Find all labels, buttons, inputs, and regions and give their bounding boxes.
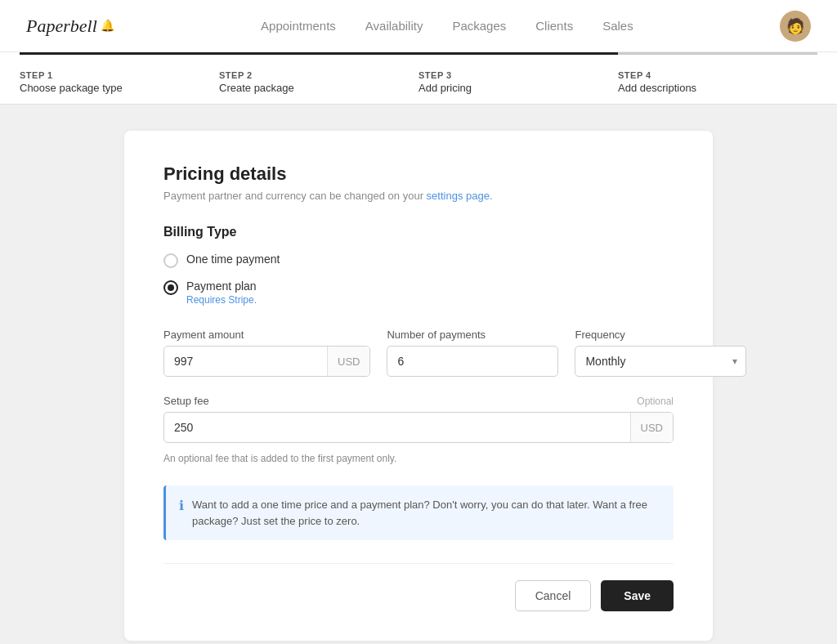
step-3-name: Add pricing (418, 82, 618, 94)
logo-text: Paperbell (26, 16, 97, 37)
payment-amount-field: Payment amount USD (163, 329, 370, 377)
radio-payment-plan-sub: Requires Stripe. (186, 294, 257, 306)
frequency-label: Frequency (575, 329, 746, 341)
setup-fee-desc: An optional fee that is added to the fir… (163, 451, 674, 466)
payment-amount-label: Payment amount (163, 329, 370, 341)
main-content: Pricing details Payment partner and curr… (0, 105, 837, 644)
setup-fee-field: Setup fee Optional USD An optional fee t… (163, 395, 674, 466)
radio-payment-plan-label: Payment plan (186, 280, 257, 293)
frequency-select[interactable]: Monthly Weekly Bi-weekly (575, 347, 745, 376)
step-1-label: STEP 1 (20, 70, 219, 80)
radio-circle-one-time (163, 253, 178, 268)
nav-sales[interactable]: Sales (602, 19, 633, 33)
payment-amount-input[interactable] (164, 347, 327, 376)
subtitle-prefix: Payment partner and currency can be chan… (163, 190, 427, 202)
setup-fee-input[interactable] (164, 413, 630, 442)
step-4: STEP 4 Add descriptions (618, 52, 817, 104)
radio-one-time-label-group: One time payment (186, 253, 280, 266)
num-payments-label: Number of payments (387, 329, 558, 341)
radio-payment-plan-label-group: Payment plan Requires Stripe. (186, 280, 257, 306)
step-4-name: Add descriptions (618, 82, 817, 94)
info-icon: ℹ (179, 498, 184, 529)
radio-circle-payment-plan (163, 280, 178, 295)
setup-fee-optional: Optional (637, 396, 674, 407)
radio-one-time-label: One time payment (186, 253, 280, 266)
num-payments-input[interactable] (387, 346, 558, 377)
step-4-label: STEP 4 (618, 70, 817, 80)
setup-fee-currency: USD (630, 413, 673, 442)
step-3-line (418, 52, 618, 55)
nav-availability[interactable]: Availability (365, 19, 423, 33)
step-2-line (219, 52, 418, 55)
header: Paperbell🔔 Appointments Availability Pac… (0, 0, 837, 52)
step-1: STEP 1 Choose package type (20, 52, 219, 104)
step-4-line (618, 52, 817, 55)
nav-packages[interactable]: Packages (452, 19, 506, 33)
card-title: Pricing details (163, 163, 674, 185)
main-nav: Appointments Availability Packages Clien… (261, 19, 633, 33)
info-text: Want to add a one time price and a payme… (192, 497, 660, 529)
step-2-label: STEP 2 (219, 70, 418, 80)
radio-one-time-payment[interactable]: One time payment (163, 253, 674, 268)
steps-bar: STEP 1 Choose package type STEP 2 Create… (0, 52, 837, 105)
setup-fee-label-row: Setup fee Optional (163, 395, 674, 407)
radio-payment-plan[interactable]: Payment plan Requires Stripe. (163, 280, 674, 306)
frequency-select-wrapper: Monthly Weekly Bi-weekly ▾ (575, 346, 746, 377)
cancel-button[interactable]: Cancel (515, 580, 592, 611)
step-3-label: STEP 3 (418, 70, 618, 80)
step-3: STEP 3 Add pricing (418, 52, 618, 104)
user-avatar[interactable]: 🧑 (780, 11, 811, 42)
step-1-line (20, 52, 219, 55)
payment-amount-input-wrapper: USD (163, 346, 370, 377)
setup-fee-label: Setup fee (163, 395, 209, 407)
setup-fee-input-wrapper: USD (163, 412, 674, 443)
payment-amount-currency: USD (327, 347, 369, 376)
bell-icon: 🔔 (101, 19, 114, 33)
nav-clients[interactable]: Clients (535, 19, 573, 33)
logo: Paperbell🔔 (26, 16, 114, 37)
save-button[interactable]: Save (601, 580, 674, 611)
billing-type-heading: Billing Type (163, 225, 674, 239)
step-2-name: Create package (219, 82, 418, 94)
payment-fields-row: Payment amount USD Number of payments Fr… (163, 329, 674, 377)
card-subtitle: Payment partner and currency can be chan… (163, 190, 674, 202)
frequency-field: Frequency Monthly Weekly Bi-weekly ▾ (575, 329, 746, 377)
step-2: STEP 2 Create package (219, 52, 418, 104)
settings-link[interactable]: settings page. (427, 190, 493, 202)
nav-appointments[interactable]: Appointments (261, 19, 336, 33)
radio-dot-payment-plan (168, 284, 174, 291)
card-footer: Cancel Save (163, 563, 674, 611)
step-1-name: Choose package type (20, 82, 219, 94)
billing-type-radio-group: One time payment Payment plan Requires S… (163, 253, 674, 306)
pricing-card: Pricing details Payment partner and curr… (124, 131, 713, 641)
info-box: ℹ Want to add a one time price and a pay… (163, 485, 674, 540)
num-payments-field: Number of payments (387, 329, 558, 377)
